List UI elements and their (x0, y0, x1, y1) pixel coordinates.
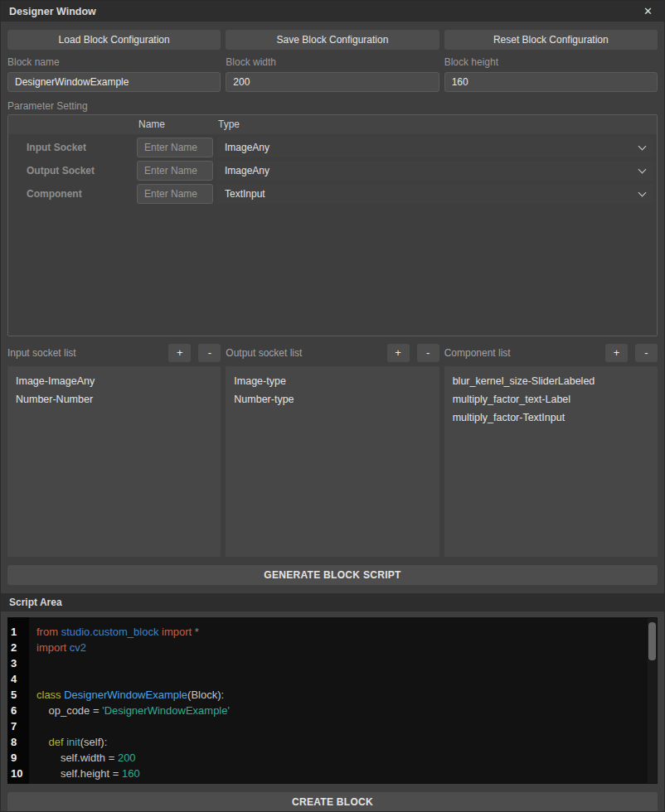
block-name-label: Block name (7, 56, 221, 68)
component-list[interactable]: blur_kernel_size-SliderLabeledmultiply_f… (444, 366, 658, 557)
output-socket-row: Output Socket ImageAny (8, 161, 657, 181)
create-block-button[interactable]: CREATE BLOCK (7, 792, 658, 812)
component-list-section: Component list + - blur_kernel_size-Slid… (444, 343, 658, 557)
generate-block-script-button[interactable]: GENERATE BLOCK SCRIPT (7, 565, 658, 585)
component-type-value: TextInput (225, 188, 639, 200)
save-block-configuration-button[interactable]: Save Block Configuration (226, 30, 439, 50)
parameter-table-header: Name Type (8, 115, 657, 134)
parameter-setting-group: Name Type Input Socket ImageAny Output S… (7, 114, 658, 336)
list-item[interactable]: Number-type (226, 390, 439, 408)
block-height-label: Block height (444, 56, 658, 68)
input-socket-list[interactable]: Image-ImageAnyNumber-Number (7, 366, 221, 557)
chevron-down-icon (638, 188, 647, 196)
code-line-text (29, 718, 40, 734)
component-add-button[interactable]: + (605, 344, 628, 362)
output-socket-type-select[interactable]: ImageAny (216, 161, 653, 181)
script-area-label: Script Area (1, 593, 664, 611)
list-item[interactable]: Image-ImageAny (7, 372, 221, 390)
chevron-down-icon (638, 142, 647, 150)
input-socket-add-button[interactable]: + (168, 344, 191, 362)
type-column-header: Type (218, 115, 240, 134)
load-block-configuration-button[interactable]: Load Block Configuration (7, 30, 221, 50)
output-socket-list-section: Output socket list + - Image-typeNumber-… (226, 343, 439, 557)
input-socket-type-select[interactable]: ImageAny (216, 138, 653, 157)
component-type-select[interactable]: TextInput (216, 184, 653, 204)
line-number: 7 (7, 718, 29, 734)
code-line-text (29, 671, 40, 687)
code-line-text: def init(self): (29, 734, 107, 750)
output-socket-label: Output Socket (27, 161, 95, 181)
input-socket-list-label: Input socket list (7, 347, 168, 359)
block-width-field[interactable] (226, 72, 439, 92)
line-number: 5 (7, 687, 29, 703)
name-column-header: Name (138, 115, 165, 134)
component-row: Component TextInput (8, 184, 657, 204)
line-number: 9 (7, 750, 29, 766)
line-number: 8 (7, 734, 29, 750)
list-item[interactable]: multiply_factor_text-Label (444, 390, 658, 408)
input-socket-row: Input Socket ImageAny (8, 138, 657, 157)
reset-block-configuration-button[interactable]: Reset Block Configuration (444, 30, 658, 50)
line-number: 10 (7, 766, 29, 781)
output-socket-name-field[interactable] (137, 161, 213, 181)
code-line-text: from studio.custom_block import * (29, 624, 199, 640)
list-item[interactable]: blur_kernel_size-SliderLabeled (444, 372, 658, 390)
component-list-label: Component list (444, 347, 605, 359)
block-name-field[interactable] (7, 72, 221, 92)
chevron-down-icon (638, 165, 647, 173)
input-socket-label: Input Socket (27, 138, 86, 157)
line-number: 3 (7, 655, 29, 671)
designer-window: Designer Window ✕ Load Block Configurati… (0, 0, 665, 812)
block-height-field[interactable] (444, 72, 658, 92)
input-socket-list-section: Input socket list + - Image-ImageAnyNumb… (7, 343, 221, 557)
code-line-text: class DesignerWindowExample(Block): (29, 687, 224, 703)
component-label: Component (27, 184, 82, 204)
input-socket-type-value: ImageAny (225, 142, 639, 153)
list-item[interactable]: Number-Number (7, 390, 221, 408)
script-editor[interactable]: 1from studio.custom_block import *2impor… (7, 617, 658, 784)
window-title: Designer Window (9, 6, 640, 17)
output-socket-add-button[interactable]: + (387, 344, 410, 362)
output-socket-type-value: ImageAny (225, 165, 639, 176)
title-bar: Designer Window ✕ (1, 1, 664, 22)
input-socket-name-field[interactable] (137, 138, 213, 157)
output-socket-list-label: Output socket list (226, 347, 386, 359)
code-line-text: self.height = 160 (29, 766, 140, 781)
input-socket-remove-button[interactable]: - (198, 344, 221, 362)
code-line-text: op_code = 'DesignerWindowExample' (29, 703, 230, 718)
code-line-text: import cv2 (29, 640, 86, 655)
line-number: 6 (7, 703, 29, 718)
list-item[interactable]: Image-type (226, 372, 439, 390)
line-number: 2 (7, 640, 29, 655)
output-socket-list[interactable]: Image-typeNumber-type (226, 366, 439, 557)
code-lines: 1from studio.custom_block import *2impor… (7, 617, 658, 781)
line-number: 1 (7, 624, 29, 640)
code-line-text: self.width = 200 (29, 750, 136, 766)
output-socket-remove-button[interactable]: - (417, 344, 439, 362)
component-name-field[interactable] (137, 184, 213, 204)
list-item[interactable]: multiply_factor-TextInput (444, 408, 658, 427)
close-icon[interactable]: ✕ (640, 4, 656, 18)
block-width-label: Block width (226, 56, 439, 68)
component-remove-button[interactable]: - (635, 344, 658, 362)
editor-scrollbar-thumb[interactable] (648, 622, 656, 660)
parameter-setting-label: Parameter Setting (7, 100, 658, 112)
code-line-text (29, 655, 40, 671)
line-number: 4 (7, 671, 29, 687)
